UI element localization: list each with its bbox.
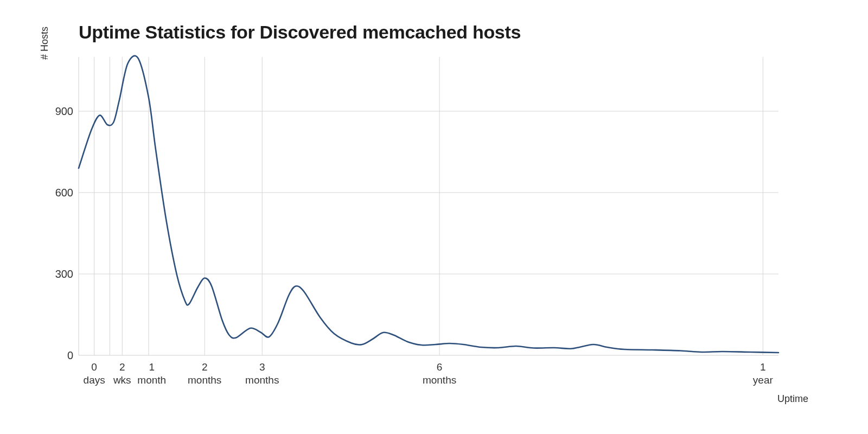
- x-tick-label: 1 year: [753, 361, 773, 387]
- y-tick-label: 900: [41, 105, 73, 118]
- chart-title: Uptime Statistics for Discovered memcach…: [79, 22, 521, 43]
- y-axis-label: # Hosts: [39, 27, 50, 60]
- uptime-chart: Uptime Statistics for Discovered memcach…: [0, 0, 868, 434]
- series-line-hosts: [79, 56, 778, 353]
- x-tick-label: 6 months: [423, 361, 456, 387]
- x-tick-label: 2 wks: [113, 361, 131, 387]
- x-axis-label: Uptime: [777, 393, 808, 405]
- x-tick-label: 0 days: [84, 361, 105, 387]
- x-tick-label: 1 month: [137, 361, 166, 387]
- plot-area: [79, 57, 778, 355]
- x-tick-label: 3 months: [245, 361, 279, 387]
- y-tick-label: 600: [41, 187, 73, 199]
- y-tick-label: 0: [41, 349, 73, 362]
- y-tick-label: 300: [41, 268, 73, 280]
- x-tick-label: 2 months: [188, 361, 221, 387]
- chart-svg: [79, 57, 778, 355]
